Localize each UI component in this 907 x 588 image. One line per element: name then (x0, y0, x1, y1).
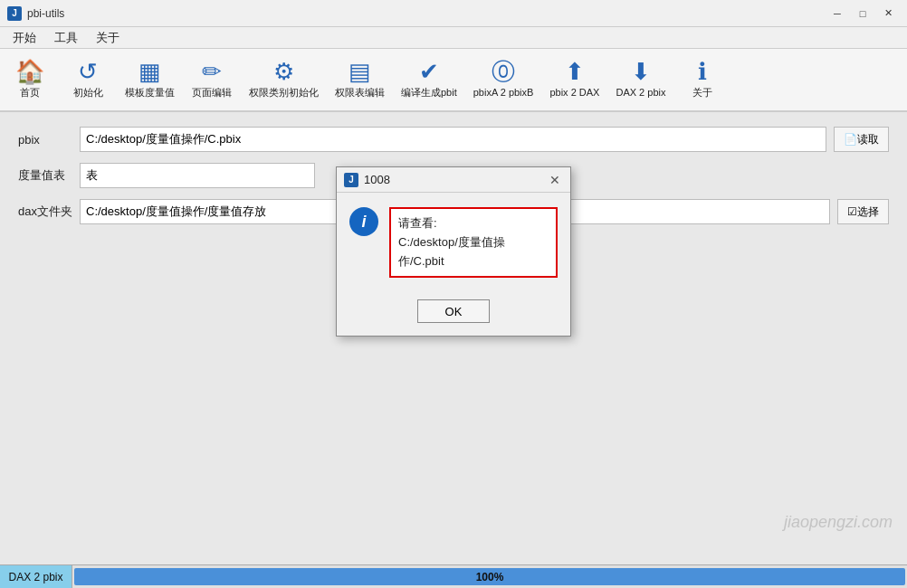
dialog: J 1008 ✕ i 请查看: C:/desktop/度量值操作/C.pbit … (336, 166, 571, 337)
dialog-message-line1: 请查看: (398, 214, 549, 233)
dialog-body: i 请查看: C:/desktop/度量值操作/C.pbit (337, 193, 570, 292)
toolbar-page-edit[interactable]: ✏ 页面编辑 (191, 60, 233, 99)
menu-tools[interactable]: 工具 (47, 28, 85, 48)
title-bar: J pbi-utils ─ □ ✕ (0, 0, 907, 27)
toolbar-page-edit-label: 页面编辑 (192, 87, 232, 99)
dialog-message-line2: C:/desktop/度量值操作/C.pbit (398, 233, 549, 271)
toolbar-init[interactable]: ↺ 初始化 (67, 60, 109, 99)
dialog-close-button[interactable]: ✕ (547, 172, 563, 188)
toolbar-pbix2dax-label: pbix 2 DAX (549, 87, 599, 99)
dialog-ok-button[interactable]: OK (417, 299, 490, 323)
toolbar-template-measure-label: 模板度量值 (125, 87, 175, 99)
app-title: pbi-utils (27, 7, 64, 20)
status-bar: DAX 2 pbix 100% (0, 564, 907, 588)
toolbar-dax2pbix[interactable]: ⬇ DAX 2 pbix (616, 60, 665, 99)
toolbar-pbixa2pbixb-label: pbixA 2 pbixB (473, 87, 534, 99)
toolbar-pbixa2pbixb[interactable]: ⓪ pbixA 2 pbixB (473, 60, 534, 99)
toolbar-home[interactable]: 🏠 首页 (9, 60, 51, 99)
toolbar: 🏠 首页 ↺ 初始化 ▦ 模板度量值 ✏ 页面编辑 ⚙ 权限类别初始化 ▤ 权限… (0, 49, 907, 112)
minimize-button[interactable]: ─ (826, 5, 849, 23)
toolbar-init-label: 初始化 (73, 87, 103, 99)
dax2pbix-icon: ⬇ (631, 60, 651, 83)
toolbar-about-label: 关于 (692, 87, 712, 99)
menu-about[interactable]: 关于 (89, 28, 127, 48)
toolbar-about[interactable]: ℹ 关于 (682, 60, 723, 99)
status-label: DAX 2 pbix (0, 565, 72, 588)
window-controls: ─ □ ✕ (826, 5, 900, 23)
status-progress-container: 100% (72, 565, 907, 588)
pbix2dax-icon: ⬆ (565, 60, 585, 83)
dialog-message-box: 请查看: C:/desktop/度量值操作/C.pbit (389, 207, 558, 278)
toolbar-perm-init-label: 权限类别初始化 (249, 87, 319, 99)
toolbar-perm-edit[interactable]: ▤ 权限表编辑 (335, 60, 385, 99)
toolbar-template-measure[interactable]: ▦ 模板度量值 (125, 60, 175, 99)
status-progress-text: 100% (476, 571, 504, 583)
toolbar-perm-edit-label: 权限表编辑 (335, 87, 385, 99)
compile-pbit-icon: ✔ (419, 60, 439, 83)
menu-bar: 开始 工具 关于 (0, 27, 907, 49)
perm-edit-icon: ▤ (348, 60, 371, 83)
app-icon: J (7, 6, 22, 21)
toolbar-dax2pbix-label: DAX 2 pbix (616, 87, 665, 99)
toolbar-perm-init[interactable]: ⚙ 权限类别初始化 (249, 60, 319, 99)
dialog-title: 1008 (364, 173, 390, 186)
dialog-app-icon: J (344, 173, 358, 187)
toolbar-pbix2dax[interactable]: ⬆ pbix 2 DAX (549, 60, 599, 99)
pbixa2pbixb-icon: ⓪ (492, 60, 515, 83)
toolbar-compile-pbit[interactable]: ✔ 编译生成pbit (401, 60, 457, 99)
init-icon: ↺ (78, 60, 98, 83)
about-icon: ℹ (698, 60, 707, 83)
perm-init-icon: ⚙ (273, 60, 294, 83)
info-icon: i (349, 207, 378, 236)
main-area: pbix 📄读取 度量值表 dax文件夹 ☑选择 📁导入DAX J 1008 (0, 112, 907, 564)
title-bar-left: J pbi-utils (7, 6, 64, 21)
template-measure-icon: ▦ (138, 60, 161, 83)
home-icon: 🏠 (15, 60, 44, 83)
dialog-footer: OK (337, 292, 570, 336)
maximize-button[interactable]: □ (851, 5, 874, 23)
page-edit-icon: ✏ (202, 60, 222, 83)
dialog-titlebar: J 1008 ✕ (337, 167, 570, 193)
toolbar-compile-pbit-label: 编译生成pbit (401, 87, 457, 99)
menu-start[interactable]: 开始 (5, 28, 43, 48)
close-button[interactable]: ✕ (876, 5, 900, 23)
dialog-overlay: J 1008 ✕ i 请查看: C:/desktop/度量值操作/C.pbit … (0, 112, 907, 564)
toolbar-home-label: 首页 (20, 87, 40, 99)
dialog-title-left: J 1008 (344, 173, 390, 187)
